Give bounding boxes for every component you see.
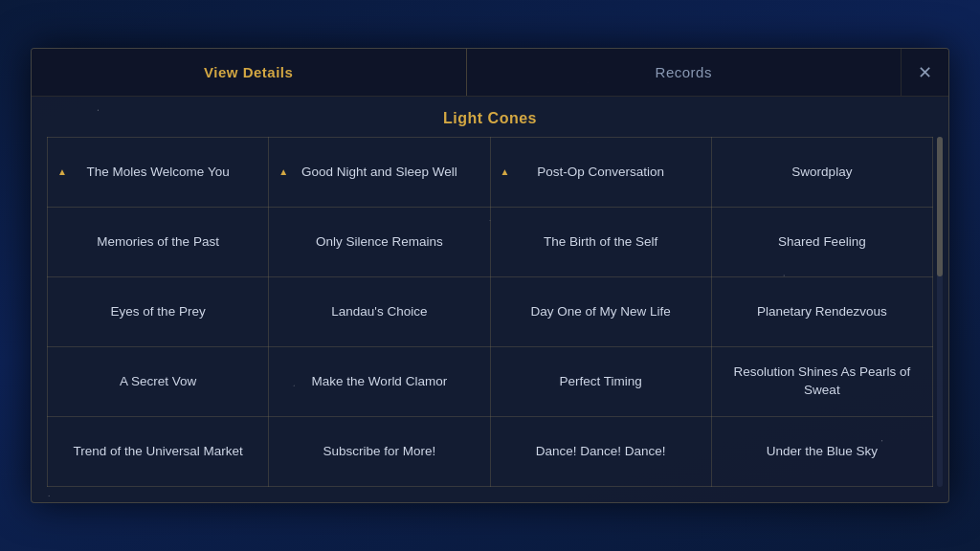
table-cell[interactable]: Trend of the Universal Market xyxy=(48,417,269,487)
table-cell[interactable]: ▲The Moles Welcome You xyxy=(48,138,269,208)
cell-text: Landau's Choice xyxy=(331,303,427,321)
table-cell[interactable]: Planetary Rendezvous xyxy=(711,277,932,347)
cell-text: Post-Op Conversation xyxy=(537,164,664,182)
table-cell[interactable]: Memories of the Past xyxy=(48,208,269,277)
tab-header: View Details Records ✕ xyxy=(32,49,948,97)
scrollbar-track[interactable] xyxy=(937,137,943,487)
cell-text: Planetary Rendezvous xyxy=(757,303,887,321)
tab-view-details-label: View Details xyxy=(204,64,293,80)
arrow-icon: ▲ xyxy=(278,165,288,179)
cell-text: Perfect Timing xyxy=(559,373,641,391)
table-cell[interactable]: Shared Feeling xyxy=(711,208,932,277)
cell-text: Day One of My New Life xyxy=(530,303,670,321)
table-row: A Secret VowMake the World ClamorPerfect… xyxy=(48,347,933,417)
main-panel: View Details Records ✕ Light Cones ▲The … xyxy=(31,48,949,503)
cell-text: The Birth of the Self xyxy=(544,233,657,252)
arrow-icon: ▲ xyxy=(57,165,67,179)
cell-text: Swordplay xyxy=(791,164,852,182)
arrow-icon: ▲ xyxy=(501,165,510,179)
table-cell[interactable]: A Secret Vow xyxy=(48,347,269,417)
table-cell[interactable]: Under the Blue Sky xyxy=(711,417,932,487)
table-row: Memories of the PastOnly Silence Remains… xyxy=(48,208,933,277)
table-cell[interactable]: Subscribe for More! xyxy=(269,417,490,487)
tab-records[interactable]: Records xyxy=(467,49,902,96)
cell-text: Trend of the Universal Market xyxy=(73,443,242,461)
cell-text: Under the Blue Sky xyxy=(767,443,878,461)
light-cones-table: ▲The Moles Welcome You▲Good Night and Sl… xyxy=(47,137,933,487)
cell-text: Resolution Shines As Pearls of Sweat xyxy=(724,364,921,400)
table-cell[interactable]: Landau's Choice xyxy=(269,277,490,347)
cell-text: A Secret Vow xyxy=(120,373,196,391)
cell-text: Only Silence Remains xyxy=(316,233,443,252)
cell-text: Shared Feeling xyxy=(778,233,866,252)
table-cell[interactable]: The Birth of the Self xyxy=(490,208,711,277)
table-cell[interactable]: Day One of My New Life xyxy=(490,277,711,347)
tab-records-label: Records xyxy=(656,64,712,80)
table-cell[interactable]: Eyes of the Prey xyxy=(48,277,269,347)
close-button[interactable]: ✕ xyxy=(901,49,948,96)
table-cell[interactable]: ▲Post-Op Conversation xyxy=(490,138,711,208)
section-title: Light Cones xyxy=(47,97,933,137)
content-area: Light Cones ▲The Moles Welcome You▲Good … xyxy=(32,97,948,502)
table-cell[interactable]: Resolution Shines As Pearls of Sweat xyxy=(711,347,932,417)
cell-text: Memories of the Past xyxy=(97,233,219,252)
tab-view-details[interactable]: View Details xyxy=(32,49,467,96)
table-cell[interactable]: Perfect Timing xyxy=(490,347,711,417)
table-wrapper: ▲The Moles Welcome You▲Good Night and Sl… xyxy=(47,137,933,487)
cell-text: Eyes of the Prey xyxy=(111,303,206,321)
table-row: Eyes of the PreyLandau's ChoiceDay One o… xyxy=(48,277,933,347)
cell-text: Subscribe for More! xyxy=(323,443,435,461)
scrollbar-thumb xyxy=(937,137,943,276)
table-cell[interactable]: Swordplay xyxy=(711,138,932,208)
table-cell[interactable]: ▲Good Night and Sleep Well xyxy=(269,138,490,208)
close-icon: ✕ xyxy=(918,64,932,81)
table-cell[interactable]: Dance! Dance! Dance! xyxy=(490,417,711,487)
table-row: ▲The Moles Welcome You▲Good Night and Sl… xyxy=(48,138,933,208)
cell-text: Dance! Dance! Dance! xyxy=(536,443,666,461)
table-cell[interactable]: Make the World Clamor xyxy=(269,347,490,417)
cell-text: The Moles Welcome You xyxy=(87,164,230,182)
cell-text: Make the World Clamor xyxy=(312,373,448,391)
table-cell[interactable]: Only Silence Remains xyxy=(269,208,490,277)
table-row: Trend of the Universal MarketSubscribe f… xyxy=(48,417,933,487)
cell-text: Good Night and Sleep Well xyxy=(301,164,457,182)
